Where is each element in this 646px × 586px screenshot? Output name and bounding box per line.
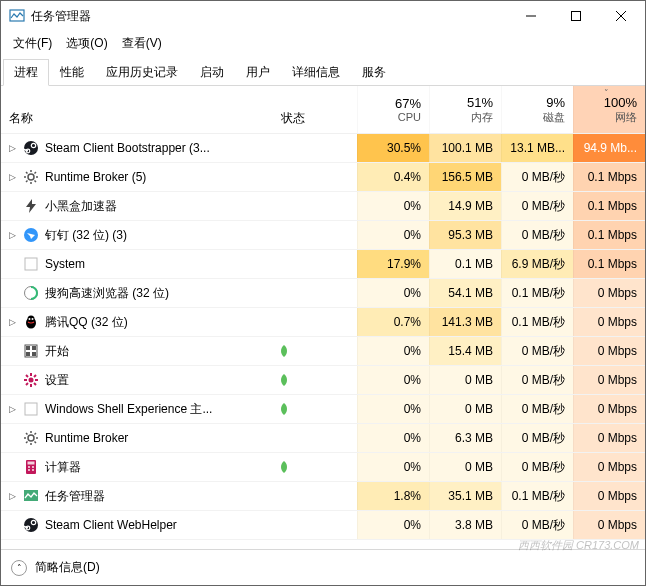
menu-view[interactable]: 查看(V) xyxy=(116,33,168,54)
expand-icon[interactable]: ▷ xyxy=(5,404,19,414)
process-row[interactable]: 计算器0%0 MB0 MB/秒0 Mbps xyxy=(1,453,645,482)
mem-cell: 15.4 MB xyxy=(429,337,501,365)
minimize-button[interactable] xyxy=(508,2,553,31)
process-row[interactable]: 开始0%15.4 MB0 MB/秒0 Mbps xyxy=(1,337,645,366)
process-name: Runtime Broker xyxy=(45,431,128,445)
svg-rect-30 xyxy=(32,352,36,356)
cpu-cell: 1.8% xyxy=(357,482,429,510)
disk-cell: 0.1 MB/秒 xyxy=(501,279,573,307)
ding-icon xyxy=(23,227,39,243)
process-name: 任务管理器 xyxy=(45,488,105,505)
process-row[interactable]: 搜狗高速浏览器 (32 位)0%54.1 MB0.1 MB/秒0 Mbps xyxy=(1,279,645,308)
cpu-cell: 0% xyxy=(357,424,429,452)
svg-line-17 xyxy=(35,172,37,174)
process-row[interactable]: System17.9%0.1 MB6.9 MB/秒0.1 Mbps xyxy=(1,250,645,279)
mem-cell: 0.1 MB xyxy=(429,250,501,278)
tab-6[interactable]: 服务 xyxy=(351,59,397,86)
disk-cell: 0 MB/秒 xyxy=(501,337,573,365)
process-row[interactable]: 设置0%0 MB0 MB/秒0 Mbps xyxy=(1,366,645,395)
mem-cell: 14.9 MB xyxy=(429,192,501,220)
status-cell xyxy=(277,344,357,358)
process-row[interactable]: ▷腾讯QQ (32 位)0.7%141.3 MB0.1 MB/秒0 Mbps xyxy=(1,308,645,337)
svg-point-9 xyxy=(28,174,34,180)
svg-point-53 xyxy=(32,466,34,468)
process-row[interactable]: ▷Steam Client Bootstrapper (3...30.5%100… xyxy=(1,134,645,163)
expand-icon[interactable]: ▷ xyxy=(5,317,19,327)
process-row[interactable]: ▷Windows Shell Experience 主...0%0 MB0 MB… xyxy=(1,395,645,424)
svg-rect-40 xyxy=(25,403,37,415)
mem-cell: 0 MB xyxy=(429,453,501,481)
net-cell: 0.1 Mbps xyxy=(573,250,645,278)
process-row[interactable]: Runtime Broker0%6.3 MB0 MB/秒0 Mbps xyxy=(1,424,645,453)
tab-2[interactable]: 应用历史记录 xyxy=(95,59,189,86)
chevron-up-icon[interactable]: ˄ xyxy=(11,560,27,576)
net-cell: 94.9 Mb... xyxy=(573,134,645,162)
svg-line-49 xyxy=(35,433,37,435)
svg-point-54 xyxy=(28,469,30,471)
details-toggle[interactable]: 简略信息(D) xyxy=(35,559,100,576)
tab-5[interactable]: 详细信息 xyxy=(281,59,351,86)
close-button[interactable] xyxy=(598,2,643,31)
leaf-icon xyxy=(277,373,291,387)
watermark: 西西软件园 CR173.COM xyxy=(518,538,639,553)
svg-point-55 xyxy=(32,469,34,471)
process-name: 开始 xyxy=(45,343,69,360)
col-cpu[interactable]: 67% CPU xyxy=(357,86,429,133)
cpu-cell: 0% xyxy=(357,192,429,220)
process-row[interactable]: ▷任务管理器1.8%35.1 MB0.1 MB/秒0 Mbps xyxy=(1,482,645,511)
tab-0[interactable]: 进程 xyxy=(3,59,49,86)
svg-line-36 xyxy=(26,375,28,377)
col-network[interactable]: ˅ 100% 网络 xyxy=(573,86,645,133)
col-memory[interactable]: 51% 内存 xyxy=(429,86,501,133)
svg-line-16 xyxy=(26,181,28,183)
mem-cell: 3.8 MB xyxy=(429,511,501,539)
svg-point-57 xyxy=(24,518,38,532)
steam-icon xyxy=(23,517,39,533)
taskmgr-icon xyxy=(23,488,39,504)
tab-4[interactable]: 用户 xyxy=(235,59,281,86)
expand-icon[interactable]: ▷ xyxy=(5,230,19,240)
cpu-cell: 0% xyxy=(357,279,429,307)
col-status[interactable]: 状态 xyxy=(277,86,357,133)
svg-rect-29 xyxy=(26,352,30,356)
status-cell xyxy=(277,460,357,474)
net-cell: 0.1 Mbps xyxy=(573,163,645,191)
menu-file[interactable]: 文件(F) xyxy=(7,33,58,54)
process-row[interactable]: Steam Client WebHelper0%3.8 MB0 MB/秒0 Mb… xyxy=(1,511,645,540)
expand-icon[interactable]: ▷ xyxy=(5,172,19,182)
svg-point-25 xyxy=(32,318,34,320)
cpu-cell: 30.5% xyxy=(357,134,429,162)
disk-cell: 0.1 MB/秒 xyxy=(501,482,573,510)
process-name: Runtime Broker (5) xyxy=(45,170,146,184)
status-cell xyxy=(277,373,357,387)
process-name: System xyxy=(45,257,85,271)
disk-cell: 0 MB/秒 xyxy=(501,424,573,452)
process-row[interactable]: ▷Runtime Broker (5)0.4%156.5 MB0 MB/秒0.1… xyxy=(1,163,645,192)
titlebar[interactable]: 任务管理器 xyxy=(1,1,645,31)
net-cell: 0.1 Mbps xyxy=(573,221,645,249)
content-area: 名称 状态 67% CPU 51% 内存 9% 磁盘 ˅ 100% 网络 ▷St… xyxy=(1,86,645,549)
gear-icon xyxy=(23,430,39,446)
tab-3[interactable]: 启动 xyxy=(189,59,235,86)
cpu-cell: 0% xyxy=(357,366,429,394)
svg-point-24 xyxy=(29,318,31,320)
svg-point-41 xyxy=(28,435,34,441)
process-row[interactable]: 小黑盒加速器0%14.9 MB0 MB/秒0.1 Mbps xyxy=(1,192,645,221)
expand-icon[interactable]: ▷ xyxy=(5,143,19,153)
col-disk[interactable]: 9% 磁盘 xyxy=(501,86,573,133)
process-row[interactable]: ▷钉钉 (32 位) (3)0%95.3 MB0 MB/秒0.1 Mbps xyxy=(1,221,645,250)
net-cell: 0 Mbps xyxy=(573,308,645,336)
mem-cell: 35.1 MB xyxy=(429,482,501,510)
expand-icon[interactable]: ▷ xyxy=(5,491,19,501)
tab-strip: 进程性能应用历史记录启动用户详细信息服务 xyxy=(1,56,645,86)
col-name[interactable]: 名称 xyxy=(1,86,277,133)
disk-cell: 0 MB/秒 xyxy=(501,453,573,481)
maximize-button[interactable] xyxy=(553,2,598,31)
cpu-cell: 0.7% xyxy=(357,308,429,336)
cpu-cell: 0% xyxy=(357,395,429,423)
menu-options[interactable]: 选项(O) xyxy=(60,33,113,54)
net-cell: 0 Mbps xyxy=(573,482,645,510)
svg-point-52 xyxy=(28,466,30,468)
tab-1[interactable]: 性能 xyxy=(49,59,95,86)
svg-rect-28 xyxy=(32,346,36,350)
